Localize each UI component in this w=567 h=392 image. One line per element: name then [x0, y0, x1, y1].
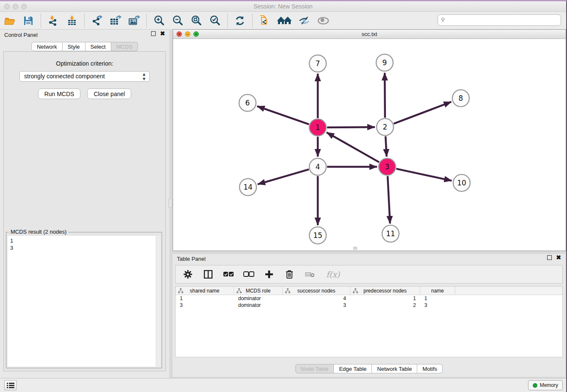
split-columns-button[interactable] — [203, 270, 214, 279]
status-bar: Memory — [0, 378, 566, 392]
settings-gear-button[interactable] — [182, 270, 193, 279]
graph-edge-4-14[interactable] — [258, 169, 309, 184]
graph-edge-2-9[interactable] — [385, 73, 385, 118]
export-image-icon — [128, 15, 140, 26]
minimize-window-button[interactable] — [13, 4, 18, 9]
zoom-out-button[interactable] — [171, 14, 185, 28]
save-session-button[interactable] — [21, 14, 36, 28]
network-window-titlebar[interactable]: ✕ − + scc.txt — [173, 30, 566, 39]
table-panel: Table Panel ✖ — [173, 254, 565, 377]
cell-name: 1 — [420, 295, 455, 302]
optimization-criterion-select[interactable]: strongly connected component ▲▼ — [19, 71, 150, 82]
show-all-button[interactable] — [316, 14, 330, 28]
memory-status-dot — [533, 383, 537, 388]
mcds-result-text[interactable]: 1 3 — [8, 236, 160, 367]
cell-shared-name: 1 — [176, 295, 234, 302]
tab-style[interactable]: Style — [63, 42, 85, 51]
column-label: MCDS role — [246, 288, 271, 294]
export-image-button[interactable] — [127, 14, 141, 28]
import-network-button[interactable] — [46, 14, 61, 28]
add-column-button[interactable] — [264, 270, 275, 279]
close-panel-button[interactable]: Close panel — [87, 88, 131, 99]
select-all-button[interactable] — [223, 271, 234, 277]
export-table-button[interactable] — [108, 14, 123, 28]
graph-node-label-14: 14 — [243, 183, 253, 191]
workspace: Control Panel ✖ Network Style Select MCD… — [0, 30, 566, 378]
column-label: predecessor nodes — [363, 288, 407, 294]
memory-button[interactable]: Memory — [528, 380, 563, 390]
search-input[interactable] — [438, 14, 561, 26]
refresh-icon — [234, 15, 246, 26]
float-table-panel-icon[interactable] — [547, 255, 552, 260]
column-label: name — [431, 288, 444, 294]
tab-mcds[interactable]: MCDS — [111, 42, 138, 51]
network-file-button[interactable] — [258, 14, 272, 28]
column-header-mcds-role[interactable]: MCDS role — [234, 287, 283, 295]
graph-edge-3-10[interactable] — [396, 169, 452, 181]
export-network-button[interactable] — [90, 14, 104, 28]
network-canvas[interactable]: 7968124314101511 — [173, 39, 566, 251]
run-mcds-button[interactable]: Run MCDS — [38, 88, 81, 99]
graph-node-label-4: 4 — [316, 163, 320, 171]
window-titlebar: Session: New Session — [0, 1, 566, 12]
close-table-panel-icon[interactable]: ✖ — [556, 255, 561, 260]
table-toolbar: f(x) — [175, 265, 563, 284]
graph-node-label-7: 7 — [316, 59, 320, 68]
zoom-selected-button[interactable] — [208, 14, 222, 28]
tab-network-table[interactable]: Network Table — [372, 364, 417, 373]
deselect-all-button[interactable] — [243, 271, 254, 277]
network-maximize-button[interactable]: + — [193, 31, 199, 37]
refresh-layout-button[interactable] — [233, 14, 247, 28]
hide-selected-button[interactable] — [297, 14, 312, 28]
toolbar-separator — [252, 14, 253, 28]
function-builder-button[interactable]: f(x) — [325, 270, 341, 279]
close-panel-icon[interactable]: ✖ — [160, 31, 165, 36]
open-session-button[interactable] — [3, 14, 17, 28]
result-scrollbar[interactable] — [156, 236, 160, 367]
column-header-shared-name[interactable]: shared name — [176, 287, 234, 295]
delete-column-button[interactable] — [284, 270, 295, 279]
table-row[interactable]: 3 dominator 3 2 3 — [176, 302, 562, 309]
delete-table-button[interactable] — [304, 271, 315, 278]
tab-node-table[interactable]: Node Table — [295, 364, 334, 373]
first-neighbors-button[interactable] — [276, 14, 293, 28]
graph-edge-1-6[interactable] — [257, 106, 309, 124]
task-history-button[interactable] — [4, 380, 17, 390]
canvas-scroll-corner[interactable] — [353, 247, 357, 250]
cell-mcds-role: dominator — [234, 302, 283, 309]
gear-icon — [183, 270, 193, 279]
tab-motifs[interactable]: Motifs — [417, 364, 443, 373]
search-icon: ⚲ — [441, 17, 445, 23]
column-header-successor-nodes[interactable]: successor nodes — [283, 287, 350, 295]
float-panel-icon[interactable] — [151, 31, 156, 36]
network-close-button[interactable]: ✕ — [176, 31, 182, 37]
tab-edge-table[interactable]: Edge Table — [334, 364, 372, 373]
column-header-predecessor-nodes[interactable]: predecessor nodes — [350, 287, 420, 295]
cell-shared-name: 3 — [176, 302, 234, 309]
column-header-name[interactable]: name — [420, 287, 455, 295]
graph-edge-3-11[interactable] — [388, 176, 390, 224]
graph-edge-2-8[interactable] — [394, 102, 451, 124]
panel-splitter-handle[interactable] — [168, 199, 172, 208]
close-window-button[interactable] — [4, 4, 10, 9]
graph-node-label-3: 3 — [385, 163, 390, 171]
zoom-selected-icon — [209, 15, 221, 27]
table-row[interactable]: 1 dominator 4 1 1 — [176, 295, 562, 302]
zoom-window-button[interactable] — [21, 4, 27, 9]
toolbar-separator — [84, 14, 85, 28]
graph-edge-1-2[interactable] — [327, 127, 375, 127]
node-table[interactable]: shared name MCDS role successor nodes pr… — [175, 286, 563, 357]
cell-predecessor-nodes: 1 — [350, 295, 420, 302]
graph-edge-2-3[interactable] — [385, 136, 387, 157]
import-table-button[interactable] — [65, 14, 79, 28]
zoom-in-button[interactable] — [152, 14, 166, 28]
graph-edge-3-1[interactable] — [327, 133, 379, 162]
zoom-fit-button[interactable] — [189, 14, 204, 28]
cell-name: 3 — [420, 302, 455, 309]
graph-svg: 7968124314101511 — [173, 39, 566, 251]
tab-select[interactable]: Select — [85, 42, 111, 51]
table-header-row: shared name MCDS role successor nodes pr… — [176, 287, 562, 295]
export-network-icon — [91, 15, 103, 26]
network-minimize-button[interactable]: − — [185, 31, 190, 37]
tab-network[interactable]: Network — [31, 42, 63, 51]
